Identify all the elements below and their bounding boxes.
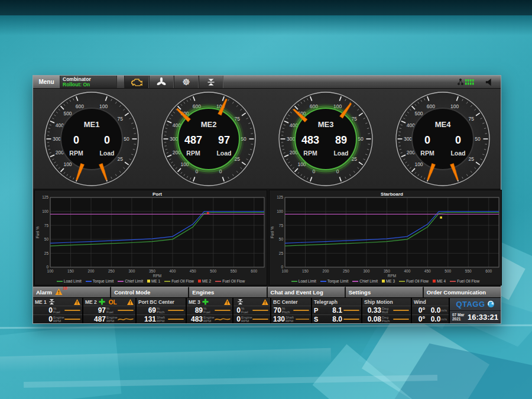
svg-text:50: 50 [279, 237, 284, 241]
propeller-view-button[interactable] [149, 76, 174, 88]
panel-value-row: 0EngineRPM [33, 314, 82, 323]
status-panel-port-bc-center[interactable]: Port BC Center69%Pitch 131ShaftRPM [137, 298, 187, 323]
row-value: 483 [189, 315, 203, 323]
menu-button[interactable]: Menu [33, 76, 60, 88]
panel-header: Wind [412, 298, 449, 306]
legend-label: ME 2 [202, 279, 211, 283]
row-prefix: S [314, 316, 320, 323]
panel-label: Port BC Center [138, 299, 174, 305]
svg-text:300: 300 [53, 136, 61, 142]
row-unit: %Fuel [241, 307, 251, 314]
svg-text:300: 300 [363, 269, 369, 273]
svg-text:500: 500 [445, 269, 451, 273]
gauge-load-label: Load [99, 150, 114, 157]
gauge-me4: 01002003004005006000255075100ME400RPMLoa… [384, 89, 501, 189]
legend-label: Chief Limit [125, 279, 143, 283]
trend-sparkline [393, 316, 409, 322]
helm-icon: ☸ [182, 77, 190, 86]
trend-sparkline [168, 316, 184, 322]
svg-text:150: 150 [67, 269, 74, 273]
section-header-order-communication[interactable]: Order Communication [424, 287, 501, 297]
status-panel-me-1[interactable]: ME 1 0%Fuel 0EngineRPM [33, 298, 83, 323]
legend-label: Torque Limit [93, 279, 113, 283]
status-panel-wind[interactable]: Wind0°0.0m/s0°0.0m/s [412, 298, 450, 323]
row-value: 69 [138, 306, 156, 314]
section-header-row: Alarm 10Control ModeEnginesChat and Even… [33, 287, 501, 297]
panel-label: ME 3 [189, 299, 200, 305]
row-unit: m/s [441, 317, 447, 321]
legend-item: ME 4 [433, 279, 446, 283]
section-header-chat-and-event-log[interactable]: Chat and Event Log [268, 287, 346, 297]
chart-xlabel: RPM [153, 274, 161, 278]
date-line2: 2021 [452, 317, 465, 322]
svg-text:250: 250 [343, 269, 349, 273]
port-chart: 0255075100125100150200250300350400450500… [34, 190, 267, 286]
status-panel-ship-motion[interactable]: Ship Motion0.33DegRoll 0.08DegPitch [362, 298, 412, 323]
legend-item: Torque Limit [86, 279, 113, 283]
alarm-count: 10 [63, 286, 67, 290]
legend-item: Torque Limit [320, 279, 348, 283]
engine-icon [131, 78, 142, 86]
gauge-rpm-label: RPM [420, 150, 434, 157]
panel-label: ME 1 [35, 299, 47, 305]
panel-value-row: 69%Pitch [137, 306, 186, 314]
volume-button[interactable] [478, 76, 501, 88]
trend-sparkline [118, 307, 134, 313]
gauge-rpm-value: 0 [424, 134, 430, 146]
row-value: 8.1 [320, 306, 342, 314]
section-header-settings[interactable]: Settings [346, 287, 424, 297]
trend-sparkline [343, 316, 359, 322]
engine-view-button[interactable] [124, 76, 149, 88]
svg-text:25: 25 [469, 156, 475, 162]
svg-text:200: 200 [323, 269, 329, 273]
gauge-rpm-value: 483 [301, 134, 319, 146]
row-value: 0 [235, 306, 241, 314]
section-header-engines[interactable]: Engines [189, 287, 267, 297]
gauge-section: 01002003004005006000255075100ME100RPMLoa… [33, 89, 501, 189]
gauge-load-value: 0 [104, 134, 110, 146]
row-value2: 0.0 [425, 306, 440, 314]
row-value: 0.33 [364, 306, 381, 314]
gauge-load-value: 0 [455, 134, 461, 146]
panel-value-row: 0°0.0m/s [412, 314, 449, 323]
panel-value-row: S8.0 [312, 314, 361, 323]
svg-text:550: 550 [231, 269, 237, 273]
row-unit: %Pitch [157, 307, 167, 314]
chart-legend: Load LimitTorque LimitChief LimitME 1Fue… [57, 278, 245, 284]
status-panel-telegraph[interactable]: TelegraphP8.1 S8.0 [312, 298, 362, 323]
svg-text:75: 75 [44, 223, 49, 228]
legend-swatch [399, 281, 405, 282]
legend-item: ME 1 [147, 279, 160, 283]
network-status[interactable] [456, 76, 478, 88]
gauge-dial: 01002003004005006000255075100ME400RPMLoa… [384, 89, 501, 189]
status-panel-bc-center[interactable]: BC Center70%Pitch 130ShaftRPM [271, 298, 312, 323]
panel-label: Ship Motion [364, 299, 393, 305]
section-header-control-mode[interactable]: Control Mode [111, 287, 189, 297]
legend-swatch [450, 281, 456, 282]
row-unit: %Fuel [106, 307, 116, 314]
svg-text:600: 600 [427, 103, 435, 109]
row-value: 131 [138, 315, 156, 323]
status-panel-me-3[interactable]: ME 3 89%Fuel 483EngineRPM [187, 298, 233, 323]
legend-item: Fuel Oil Flow [215, 279, 245, 283]
svg-text:50: 50 [475, 136, 481, 142]
gauge-title: ME4 [435, 120, 452, 129]
gauge-dial: 01002003004005006000255075100ME248797RPM… [150, 89, 267, 189]
brand-panel: QTAGG 07 Mar 2021 16:33:21 [450, 298, 501, 323]
legend-swatch [433, 280, 436, 283]
section-header-alarm[interactable]: Alarm 10 [33, 287, 111, 297]
gauge-dial: 01002003004005006000255075100ME100RPMLoa… [33, 89, 150, 189]
row-unit: EngineRPM [241, 316, 251, 323]
combinator-mode-icon [237, 299, 244, 305]
panel-header: ME 2 OL [83, 298, 135, 306]
control-mode-indicator[interactable]: Combinator Rollout: On [60, 76, 117, 88]
status-panel-me-4[interactable]: 0%Fuel 0EngineRPM [233, 298, 271, 323]
svg-text:250: 250 [108, 269, 115, 273]
gauge-title: ME1 [84, 120, 100, 129]
combinator-view-button[interactable] [199, 76, 223, 88]
status-panel-me-2[interactable]: ME 2 OL 97%Fuel 487EngineRPM [83, 298, 137, 323]
panel-value-row: 0°0.0m/s [412, 306, 449, 314]
steering-view-button[interactable]: ☸ [174, 76, 199, 88]
gauge-me2: 01002003004005006000255075100ME248797RPM… [150, 89, 267, 189]
svg-text:75: 75 [469, 116, 475, 122]
